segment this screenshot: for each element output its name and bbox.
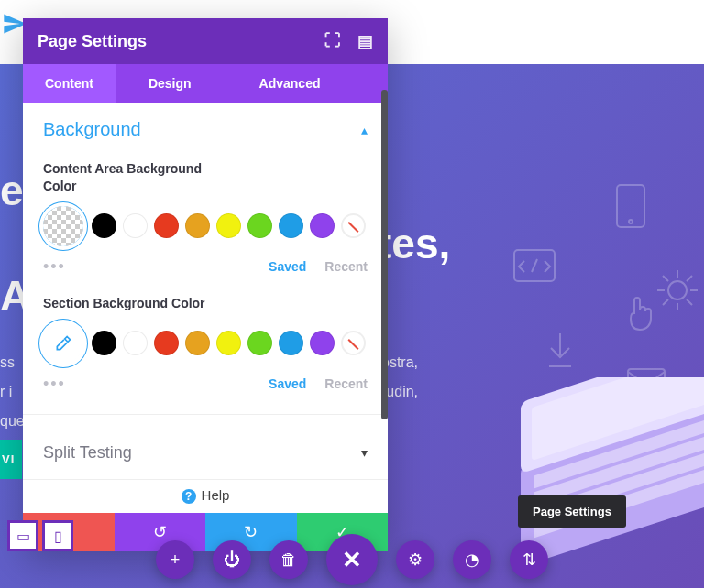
color-swatch[interactable] [154, 213, 179, 238]
color-swatch[interactable] [154, 331, 179, 355]
color-swatch[interactable] [123, 331, 148, 355]
power-button[interactable]: ⏻ [213, 540, 251, 579]
expand-icon[interactable]: ⛶ [324, 31, 341, 51]
eyedropper-button[interactable] [43, 323, 83, 364]
help-link[interactable]: ?Help [23, 479, 388, 513]
color-swatch-none[interactable] [341, 213, 366, 238]
tab-content[interactable]: Content [23, 64, 116, 103]
add-section-button[interactable]: + [156, 540, 194, 579]
sliders-button[interactable]: ⇅ [510, 540, 548, 579]
page-settings-panel: Page Settings ⛶ ▤ Content Design Advance… [23, 18, 388, 551]
color-swatch[interactable] [248, 213, 272, 238]
color-swatch[interactable] [216, 331, 241, 355]
panel-scrollbar[interactable] [381, 64, 388, 513]
chevron-down-icon: ▾ [361, 445, 368, 460]
code-icon [512, 247, 557, 288]
color-swatch[interactable] [279, 213, 303, 238]
help-icon: ? [182, 489, 196, 504]
color-swatch[interactable] [92, 331, 116, 355]
view-button[interactable]: VI [0, 440, 22, 479]
gear-outline-icon [653, 266, 702, 319]
svg-point-1 [629, 220, 632, 223]
delete-button[interactable]: 🗑 [270, 540, 308, 579]
saved-palettes-link[interactable]: Saved [269, 376, 306, 391]
more-dots-icon[interactable]: ••• [43, 375, 66, 394]
panel-header[interactable]: Page Settings ⛶ ▤ [23, 18, 388, 64]
field-section-bg: Section Background Color [23, 291, 388, 364]
color-swatch[interactable] [310, 213, 335, 238]
color-swatch[interactable] [216, 213, 241, 238]
color-swatch[interactable] [185, 331, 210, 355]
color-swatch[interactable] [123, 213, 148, 238]
builder-action-bar: + ⏻ 🗑 ✕ ⚙ ◔ ⇅ [0, 531, 704, 588]
tab-design[interactable]: Design [126, 64, 214, 103]
close-builder-button[interactable]: ✕ [326, 534, 378, 585]
section-split-testing[interactable]: Split Testing ▾ [23, 427, 388, 479]
current-color-swatch-transparent[interactable] [43, 206, 83, 246]
tablet-icon [612, 183, 649, 234]
svg-point-3 [668, 281, 687, 299]
color-swatch[interactable] [279, 331, 303, 355]
tab-advanced[interactable]: Advanced [237, 64, 343, 103]
field-content-area-bg: Content Area Background Color [23, 157, 388, 246]
tooltip-page-settings: Page Settings [518, 495, 626, 528]
recent-palettes-link[interactable]: Recent [324, 259, 368, 274]
color-swatch-none[interactable] [341, 331, 366, 355]
swatch-row [43, 323, 368, 364]
color-swatch[interactable] [92, 213, 116, 238]
page-settings-button[interactable]: ⚙ [396, 540, 434, 579]
download-arrow-icon [544, 330, 576, 374]
recent-palettes-link[interactable]: Recent [324, 376, 368, 391]
chevron-up-icon: ▴ [361, 123, 368, 137]
panel-tabs: Content Design Advanced [23, 64, 388, 103]
color-swatch[interactable] [185, 213, 210, 238]
hand-pointer-icon [622, 293, 658, 337]
columns-icon[interactable]: ▤ [358, 31, 373, 51]
history-button[interactable]: ◔ [453, 540, 491, 579]
saved-palettes-link[interactable]: Saved [269, 259, 306, 274]
panel-title: Page Settings [38, 32, 147, 51]
color-swatch[interactable] [310, 331, 335, 355]
svg-rect-0 [617, 185, 644, 227]
color-swatch[interactable] [248, 331, 272, 355]
more-dots-icon[interactable]: ••• [43, 257, 66, 277]
section-background[interactable]: Background ▴ [23, 103, 388, 157]
swatch-row [43, 206, 368, 246]
